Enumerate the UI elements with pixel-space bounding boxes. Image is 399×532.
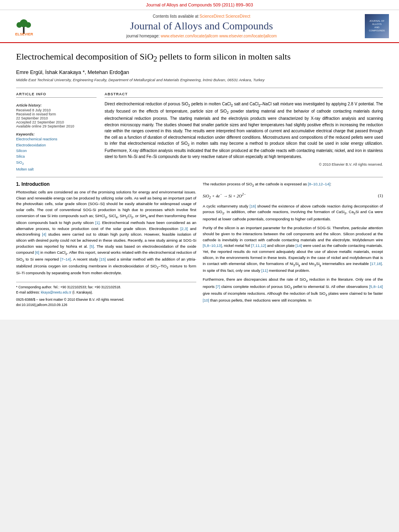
svg-point-3: [25, 22, 31, 28]
journal-badge: JOURNAL OF ALLOYS AND COMPOUNDS: [363, 14, 391, 38]
body-right-col: The reduction process of SiO2 at the cat…: [203, 181, 383, 308]
page-container: Journal of Alloys and Compounds 509 (201…: [0, 0, 399, 320]
journal-title-center: Contents lists available at ScienceDirec…: [48, 14, 355, 38]
body-left-col: 1. Introduction Photovoltaic cells are c…: [16, 181, 196, 308]
keyword-4: Silica: [16, 154, 97, 159]
right-para2: A cyclic voltammetry study [16] showed t…: [203, 203, 383, 222]
contents-line: Contents lists available at ScienceDirec…: [48, 14, 355, 18]
keyword-2: Electrodeoxidation: [16, 142, 97, 148]
right-para1: The reduction process of SiO2 at the cat…: [203, 181, 383, 188]
right-para4: Furthermore, there are discrepancies abo…: [203, 277, 383, 303]
abstract-text: Direct electrochemical reduction of poro…: [105, 101, 383, 160]
article-info-col: ARTICLE INFO Article history: Received 8…: [16, 92, 97, 172]
footnote-section: * Corresponding author. Tel.: +90 312210…: [16, 282, 196, 308]
elsevier-logo: ELSEVIER: [8, 14, 40, 38]
footnote-issn: 0925-8388/$ – see front matter © 2010 El…: [16, 297, 196, 302]
equation-1: SiO2 + 4e− → Si + 2O2− (1): [203, 192, 383, 199]
article-info-label: ARTICLE INFO: [16, 92, 97, 98]
footnote-email: E-mail address: kkaya@neetu.edu.tr (İ. K…: [16, 290, 196, 295]
footnote-corresponding: * Corresponding author. Tel.: +90 312210…: [16, 285, 196, 290]
right-para3: Purity of the silicon is an important pa…: [203, 225, 383, 273]
authors-line: Emre Ergül, İshak Karakaya *, Metehan Er…: [16, 69, 383, 75]
keyword-3: Silicon: [16, 148, 97, 154]
footnote-doi: doi:10.1016/j.jallcom.2010.09.126: [16, 302, 196, 308]
elsevier-logo-svg: ELSEVIER: [8, 14, 40, 37]
top-bar: Journal of Alloys and Compounds 509 (201…: [0, 0, 399, 10]
abstract-col: ABSTRACT Direct electrochemical reductio…: [105, 92, 383, 172]
journal-homepage: journal homepage: www.elsevier.com/locat…: [48, 34, 355, 38]
affiliation-line: Middle East Technical University, Engine…: [16, 78, 383, 82]
article-history-row: Article history: Received 8 July 2010 Re…: [16, 101, 97, 128]
science-direct-label: ScienceDirect: [225, 14, 250, 18]
article-title: Electrochemical decomposition of SiO2 pe…: [16, 51, 383, 64]
article-info-abstract-section: ARTICLE INFO Article history: Received 8…: [16, 88, 383, 172]
journal-name: Journal of Alloys and Compounds: [48, 20, 355, 32]
homepage-link[interactable]: www.elsevier.com/locate/jallcom: [161, 34, 218, 38]
science-direct-link[interactable]: ScienceDirect: [200, 14, 224, 18]
body-section: 1. Introduction Photovoltaic cells are c…: [16, 177, 383, 308]
article-content: Electrochemical decomposition of SiO2 pe…: [0, 43, 399, 320]
svg-point-2: [16, 22, 22, 28]
abstract-label: ABSTRACT: [105, 92, 383, 98]
svg-text:ELSEVIER: ELSEVIER: [15, 32, 33, 36]
keyword-1: Electrochemical reactions: [16, 136, 97, 142]
keyword-6: Molten salt: [16, 166, 97, 172]
introduction-heading: 1. Introduction: [16, 181, 196, 187]
keyword-5: SiO2: [16, 160, 97, 166]
journal-header: ELSEVIER Contents lists available at Sci…: [0, 10, 399, 43]
intro-paragraph1: Photovoltaic cells are considered as one…: [16, 189, 196, 276]
journal-citation: Journal of Alloys and Compounds 509 (201…: [146, 2, 253, 7]
equation-text: SiO2 + 4e− → Si + 2O2−: [203, 192, 371, 199]
copyright-line: © 2010 Elsevier B.V. All rights reserved…: [105, 162, 383, 166]
journal-badge-box: JOURNAL OF ALLOYS AND COMPOUNDS: [365, 14, 389, 38]
equation-number: (1): [371, 193, 383, 198]
